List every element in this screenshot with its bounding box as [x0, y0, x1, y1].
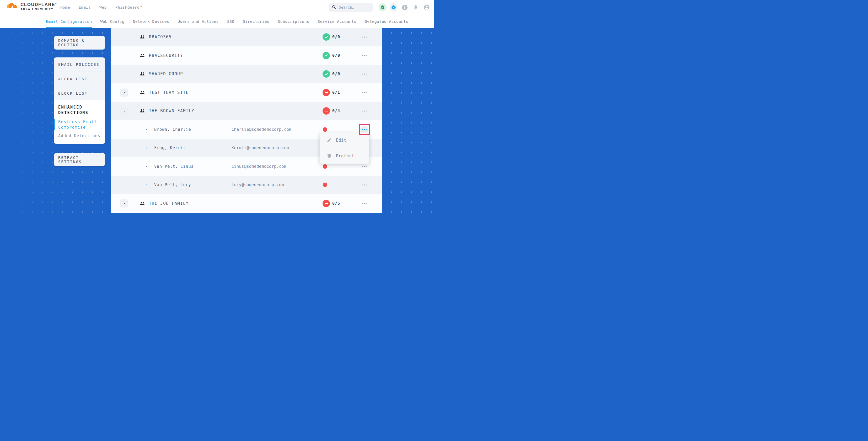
- cloudflare-cloud-icon: [6, 2, 18, 11]
- group-name: TEST TEAM SITE: [149, 90, 189, 95]
- group-icon: [140, 109, 145, 113]
- member-email: Linus@somedemocorp.com: [231, 164, 287, 169]
- tab-subscriptions[interactable]: Subscriptions: [278, 15, 309, 28]
- group-name: THE BROWN FAMILY: [149, 108, 194, 113]
- expand-button[interactable]: ›: [120, 88, 128, 96]
- nav-item-email[interactable]: Email: [79, 5, 91, 9]
- shield-icon: [327, 153, 332, 158]
- active-item-bar: [54, 119, 55, 130]
- member-email: Kermit@somedemocorp.com: [231, 146, 289, 150]
- group-icon: [140, 90, 145, 94]
- tab-network-devices[interactable]: Network Devices: [133, 15, 169, 28]
- collapse-button[interactable]: ›: [120, 107, 128, 115]
- sidebar-item-block-list[interactable]: BLOCK LIST: [54, 86, 105, 100]
- nav-item-home[interactable]: Home: [60, 5, 70, 9]
- member-email: Lucy@somedemocorp.com: [231, 183, 284, 187]
- sidebar-card-email-policies: EMAIL POLICIESALLOW LISTBLOCK LIST ENHAN…: [54, 57, 105, 144]
- status-unprotected-dot: [323, 183, 327, 187]
- tab-email-configuration[interactable]: Email Configuration: [46, 15, 92, 28]
- member-chevron-icon[interactable]: ›: [145, 146, 147, 150]
- tab-delegated-accounts[interactable]: Delegated Accounts: [365, 15, 408, 28]
- menu-item-label: Protect: [336, 154, 354, 158]
- sidebar-item-allow-list[interactable]: ALLOW LIST: [54, 72, 105, 86]
- sidebar-item-added-detections[interactable]: Added Detections: [58, 133, 101, 138]
- brand-logo[interactable]: CLOUDFLARE® AREA 1 SECURITY: [6, 2, 57, 11]
- row-actions-button[interactable]: [360, 107, 368, 115]
- group-icon: [140, 35, 145, 39]
- protected-count: 0/0: [332, 35, 340, 39]
- search-box[interactable]: [329, 3, 373, 12]
- section-tab-bar: Email ConfigurationWeb ConfigNetwork Dev…: [0, 15, 434, 28]
- registered-mark: ®: [55, 3, 57, 4]
- sidebar-item-business-email-compromise[interactable]: Business Email Compromise: [58, 119, 101, 130]
- menu-item-protect[interactable]: Protect: [320, 148, 369, 164]
- group-name: RBACSECURITY: [149, 53, 183, 58]
- account-icon[interactable]: [423, 3, 431, 11]
- member-name: Brown, Charlie: [154, 127, 191, 132]
- status-blocked-icon: [322, 107, 330, 115]
- menu-item-edit[interactable]: Edit: [320, 132, 369, 148]
- pencil-icon: [327, 138, 332, 143]
- row-actions-button[interactable]: [360, 181, 368, 189]
- member-name: Van Pelt, Lucy: [154, 183, 191, 187]
- sidebar-item-domains-routing[interactable]: DOMAINS & ROUTING: [54, 38, 105, 47]
- protected-count: 0/1: [332, 90, 340, 95]
- shield-check-icon[interactable]: [379, 3, 386, 11]
- bell-icon[interactable]: [412, 3, 420, 11]
- table-row: ›TEST TEAM SITE0/1: [111, 83, 382, 102]
- enhanced-detections-section: ENHANCED DETECTIONS Business Email Compr…: [54, 100, 105, 144]
- row-actions-button[interactable]: [360, 33, 368, 41]
- protected-count: 0/4: [332, 108, 340, 113]
- app-window: CLOUDFLARE® AREA 1 SECURITY HomeEmailWeb…: [0, 0, 434, 220]
- brand-subtitle: AREA 1 SECURITY: [21, 8, 57, 11]
- status-unprotected-dot: [323, 127, 327, 132]
- sidebar-item-email-policies[interactable]: EMAIL POLICIES: [54, 57, 105, 72]
- status-blocked-icon: [322, 200, 330, 207]
- help-icon[interactable]: ?: [401, 3, 409, 11]
- table-row: RBACO3650/0: [111, 28, 382, 46]
- status-ok-icon: [322, 52, 330, 59]
- tab-users-and-actions[interactable]: Users and Actions: [178, 15, 219, 28]
- search-icon: [332, 5, 336, 10]
- group-icon: [140, 54, 145, 57]
- group-name: RBACO365: [149, 35, 172, 39]
- sidebar-item-retract-settings[interactable]: RETRACT SETTINGS: [54, 155, 105, 164]
- sidebar-card-retract-settings[interactable]: RETRACT SETTINGS: [54, 153, 105, 166]
- member-name: Frog, Kermit: [154, 146, 186, 150]
- table-row: RBACSECURITY0/0: [111, 46, 382, 65]
- status-ok-icon: [322, 70, 330, 77]
- tab-directories[interactable]: Directories: [243, 15, 270, 28]
- main-nav: HomeEmailWebPhishGuard™: [60, 0, 142, 15]
- row-actions-button[interactable]: [360, 70, 368, 78]
- tab-sso[interactable]: SSO: [227, 15, 235, 28]
- expand-button[interactable]: ›: [120, 199, 128, 208]
- tab-service-accounts[interactable]: Service Accounts: [317, 15, 356, 28]
- table-row: ›THE JOE FAMILY0/5: [111, 194, 382, 213]
- member-chevron-icon[interactable]: ›: [145, 164, 147, 169]
- status-unprotected-dot: [323, 164, 327, 168]
- menu-item-label: Edit: [336, 138, 346, 143]
- protected-count: 0/5: [332, 201, 340, 206]
- protected-count: 0/0: [332, 53, 340, 58]
- row-actions-button[interactable]: [360, 88, 368, 96]
- sidebar-heading-enhanced-detections: ENHANCED DETECTIONS: [58, 105, 98, 116]
- group-icon: [140, 201, 145, 205]
- groups-table: RBACO3650/0RBACSECURITY0/0SHARED_GROUP0/…: [111, 28, 382, 213]
- row-actions-button[interactable]: [360, 52, 368, 60]
- table-row: SHARED_GROUP0/0: [111, 65, 382, 83]
- protected-count: 0/0: [332, 71, 340, 76]
- status-ok-icon: [322, 33, 330, 41]
- status-blocked-icon: [322, 89, 330, 96]
- top-header: CLOUDFLARE® AREA 1 SECURITY HomeEmailWeb…: [0, 0, 434, 15]
- table-row: ›Van Pelt, LucyLucy@somedemocorp.com: [111, 176, 382, 194]
- member-chevron-icon[interactable]: ›: [145, 183, 147, 187]
- member-chevron-icon[interactable]: ›: [145, 127, 147, 132]
- gear-icon[interactable]: [390, 3, 398, 11]
- tab-web-config[interactable]: Web Config: [100, 15, 124, 28]
- nav-item-phishguard[interactable]: PhishGuard™: [115, 5, 142, 9]
- row-actions-button[interactable]: [360, 199, 368, 208]
- nav-item-web[interactable]: Web: [99, 5, 107, 9]
- search-input[interactable]: [338, 5, 371, 10]
- member-name: Van Pelt, Linus: [154, 164, 193, 169]
- sidebar-card-domains-routing[interactable]: DOMAINS & ROUTING: [54, 36, 105, 50]
